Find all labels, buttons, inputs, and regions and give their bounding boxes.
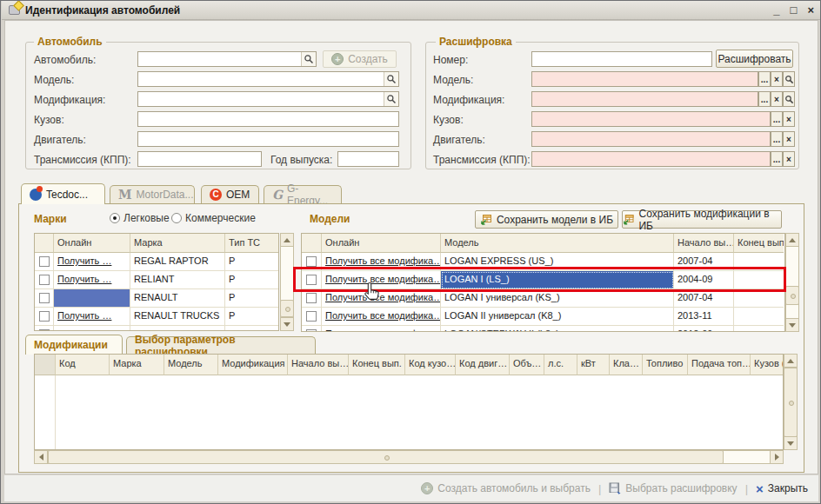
clear-button[interactable]: × [783,151,795,167]
choose-button[interactable]: ... [758,71,771,87]
decode-button[interactable]: Расшифровать [716,50,793,68]
get-modifications-link-cell[interactable]: Получить все модифика… [322,308,441,326]
table-row[interactable]: RENAULT P [35,289,278,308]
scroll-left-button[interactable] [34,450,48,464]
search-icon[interactable] [384,72,398,86]
close-button[interactable]: × Закрыть [756,482,808,495]
tab-tecdoc[interactable]: Tecdoc... [21,183,105,204]
brand-cell[interactable]: REGAL RAPTOR [130,253,225,271]
type-cell[interactable]: P [225,326,278,331]
type-cell[interactable]: P [225,271,278,289]
get-modifications-link[interactable]: Получить все модифика… [325,255,441,266]
get-models-link[interactable]: Получить … [57,328,111,331]
header-start[interactable]: Начало вы… [288,355,349,375]
tab-modifications[interactable]: Модификации [25,335,123,355]
tab-decode-params[interactable]: Выбор параметров расшифровки [126,336,316,354]
header-fuel[interactable]: Топливо [643,355,688,375]
scrollbar-thumb[interactable] [785,286,799,305]
clear-button[interactable]: × [783,111,795,127]
row-checkbox[interactable] [35,253,54,271]
selected-online-cell[interactable] [54,289,130,308]
radio-commercial[interactable]: Коммерческие [171,212,256,224]
scrollbar-thumb[interactable] [48,450,724,464]
body-input[interactable] [138,112,398,126]
get-models-link-cell[interactable]: Получить … [54,253,130,271]
get-models-link[interactable]: Получить … [57,310,111,321]
header-brand[interactable]: Марка [110,355,164,375]
number-field[interactable] [531,51,712,67]
engine-field[interactable] [137,131,399,147]
decode-model-field[interactable] [531,71,758,87]
scrollbar-thumb[interactable] [784,368,798,437]
table-row[interactable]: Получить … RELIANT P [35,271,278,289]
clear-button[interactable]: × [783,131,795,147]
header-code[interactable]: Код [56,355,110,375]
header-fuel-supply[interactable]: Подача топ… [688,355,751,375]
get-modifications-link[interactable]: Получить все модифика… [325,310,441,321]
end-cell[interactable] [734,326,784,332]
row-checkbox[interactable] [35,271,54,289]
header-valves[interactable]: Кла… [610,355,643,375]
select-decode-button[interactable]: Выбрать расшифровку [609,482,737,494]
get-modifications-link-cell[interactable]: Получить все модифика… [322,326,441,332]
close-window-button[interactable]: × [807,3,814,18]
body-field[interactable] [137,111,399,127]
get-models-link-cell[interactable]: Получить … [54,326,130,331]
empty-table-area[interactable] [56,375,783,450]
choose-button[interactable]: ... [771,111,783,127]
search-button[interactable] [783,91,795,107]
tab-genergy[interactable]: G G-Energy... [264,185,342,203]
save-modifications-button[interactable]: Сохранить модификации в ИБ [622,210,782,229]
table-row[interactable]: Получить … RENAULT TRUCKS P [35,308,278,326]
save-models-button[interactable]: Сохранить модели в ИБ [475,210,618,229]
clear-button[interactable]: × [771,71,783,87]
scroll-up-button[interactable] [280,233,294,247]
create-car-and-select-button[interactable]: + Создать автомобиль и выбрать [421,482,591,494]
table-row[interactable]: Получить все модифика… LOGAN II универса… [302,308,784,326]
modifications-vscrollbar[interactable] [784,354,798,450]
table-row[interactable]: Получить все модифика… LOGAN/STEPWAY II … [302,326,784,332]
tab-motordata[interactable]: M MotorData... [110,185,195,203]
year-input[interactable] [338,152,398,166]
header-modification[interactable]: Модификация [218,355,288,375]
get-models-link[interactable]: Получить … [57,255,111,266]
tab-oem[interactable]: C OEM [201,185,259,203]
table-row[interactable]: Получить … REX P [35,326,278,331]
scroll-up-button[interactable] [785,233,799,247]
number-input[interactable] [532,52,711,66]
header-online[interactable]: Онлайн [322,234,441,253]
modification-field[interactable] [137,91,399,107]
radio-passenger[interactable]: Легковые [110,212,170,224]
header-vehicle-type[interactable]: Тип ТС [225,234,278,253]
header-start[interactable]: Начало вы… [674,234,734,253]
get-models-link-cell[interactable]: Получить … [54,271,130,289]
transmission-input[interactable] [138,152,261,166]
get-models-link-cell[interactable]: Получить … [54,308,130,326]
get-modifications-link[interactable]: Получить все модифика… [325,292,441,302]
header-brand[interactable]: Марка [130,234,225,253]
decode-transmission-field[interactable] [531,151,771,167]
start-cell[interactable]: 2012-09 [674,326,734,332]
type-cell[interactable]: P [225,253,278,271]
header-volume[interactable]: Объ… [510,355,544,375]
decode-body-field[interactable] [531,111,771,127]
year-field[interactable] [337,151,399,167]
transmission-field[interactable] [137,151,262,167]
search-button[interactable] [783,71,795,87]
choose-button[interactable]: ... [771,131,783,147]
scroll-down-button[interactable] [280,317,294,331]
choose-button[interactable]: ... [771,151,783,167]
scroll-down-button[interactable] [784,436,798,450]
scroll-right-button[interactable] [770,450,784,464]
model-cell[interactable]: LOGAN/STEPWAY II (L8_) [441,326,674,332]
brand-cell[interactable]: RENAULT [130,289,225,308]
get-models-link[interactable]: Получить … [57,274,111,284]
header-online[interactable]: Онлайн [54,234,130,253]
end-cell[interactable] [734,308,784,326]
header-model[interactable]: Модель [441,234,674,253]
maximize-button[interactable]: □ [791,3,798,18]
type-cell[interactable]: P [225,308,278,326]
row-checkbox[interactable] [35,289,54,308]
header-end[interactable]: Конец вып. [734,234,784,253]
brand-cell[interactable]: RENAULT TRUCKS [130,308,225,326]
